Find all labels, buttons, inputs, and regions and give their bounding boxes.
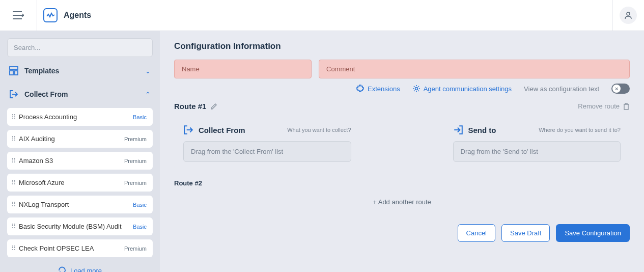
view-as-text-label: View as configuration text xyxy=(524,85,599,93)
main-content: Configuration Information Name Comment E… xyxy=(160,31,644,272)
item-label: Microsoft Azure xyxy=(19,179,120,186)
drag-handle-icon: ⠿ xyxy=(11,179,15,186)
sidebar-section-templates[interactable]: Templates ⌄ xyxy=(7,61,153,80)
footer-buttons: Cancel Save Draft Save Configuration xyxy=(174,224,630,242)
profile-menu[interactable] xyxy=(612,0,644,31)
send-to-dropzone[interactable]: Drag from the 'Send to' list xyxy=(453,141,621,162)
item-label: Amazon S3 xyxy=(19,157,120,165)
collect-from-column: Collect From What you want to collect? D… xyxy=(183,125,351,162)
tier-badge: Premium xyxy=(124,136,147,142)
list-item[interactable]: ⠿ NXLog Transport Basic xyxy=(7,196,153,213)
sidebar: Search... Templates ⌄ Collect From ⌃ ⠿ P… xyxy=(0,31,160,272)
list-item[interactable]: ⠿ Process Accounting Basic xyxy=(7,108,153,126)
templates-label: Templates xyxy=(24,67,140,75)
item-label: Process Accounting xyxy=(19,113,129,121)
section-title: Configuration Information xyxy=(174,41,630,51)
tier-badge: Basic xyxy=(133,114,147,120)
drag-handle-icon: ⠿ xyxy=(11,135,15,143)
templates-icon xyxy=(9,66,19,75)
add-route-button[interactable]: + Add another route xyxy=(174,192,630,212)
drag-handle-icon: ⠿ xyxy=(11,201,15,208)
agents-app-icon xyxy=(43,8,58,22)
search-input[interactable]: Search... xyxy=(7,38,153,57)
collect-from-title: Collect From xyxy=(199,126,245,134)
remove-route-label: Remove route xyxy=(578,102,620,110)
load-more-button[interactable]: Load more xyxy=(7,261,153,272)
route-1-panel: Collect From What you want to collect? D… xyxy=(174,117,630,170)
send-to-header: Send to Where do you want to send it to? xyxy=(453,125,621,135)
route-1-title: Route #1 xyxy=(174,102,206,111)
puzzle-icon xyxy=(356,85,365,93)
tier-badge: Basic xyxy=(133,202,147,208)
list-item[interactable]: ⠿ Microsoft Azure Premium xyxy=(7,174,153,192)
cancel-button[interactable]: Cancel xyxy=(458,224,495,242)
topbar: Agents xyxy=(0,0,644,31)
svg-point-7 xyxy=(415,88,417,90)
tier-badge: Premium xyxy=(124,158,147,164)
chevron-down-icon: ⌄ xyxy=(145,67,151,75)
load-more-label: Load more xyxy=(70,267,102,273)
route-2-title: Route #2 xyxy=(174,179,630,187)
item-label: AIX Auditing xyxy=(19,135,120,143)
save-draft-button[interactable]: Save Draft xyxy=(501,224,550,242)
list-item[interactable]: ⠿ AIX Auditing Premium xyxy=(7,130,153,148)
drag-handle-icon: ⠿ xyxy=(11,157,15,165)
agent-comm-label: Agent communication settings xyxy=(424,85,512,93)
item-label: Check Point OPSEC LEA xyxy=(19,244,120,252)
tier-badge: Premium xyxy=(124,246,147,252)
send-to-title: Send to xyxy=(468,126,496,134)
menu-icon xyxy=(13,11,24,20)
trash-icon xyxy=(623,103,630,110)
send-to-column: Send to Where do you want to send it to?… xyxy=(453,125,621,162)
gear-icon xyxy=(412,85,421,93)
chevron-up-icon: ⌃ xyxy=(145,91,151,98)
remove-route-button[interactable]: Remove route xyxy=(578,102,630,110)
menu-toggle[interactable] xyxy=(0,0,37,31)
list-item[interactable]: ⠿ Amazon S3 Premium xyxy=(7,152,153,170)
item-label: Basic Security Module (BSM) Audit xyxy=(19,223,129,230)
item-label: NXLog Transport xyxy=(19,201,129,208)
drag-handle-icon: ⠿ xyxy=(11,223,15,230)
collect-from-dropzone[interactable]: Drag from the 'Collect From' list xyxy=(183,141,351,162)
avatar xyxy=(620,7,637,24)
pencil-icon xyxy=(210,103,217,110)
user-icon xyxy=(624,11,632,19)
toggle-knob: ✕ xyxy=(612,85,621,93)
agent-comm-link[interactable]: Agent communication settings xyxy=(412,85,512,93)
collect-from-subtitle: What you want to collect? xyxy=(287,127,351,133)
tier-badge: Premium xyxy=(124,180,147,186)
page-title: Agents xyxy=(64,11,91,20)
comment-input[interactable]: Comment xyxy=(319,60,630,78)
send-to-subtitle: Where do you want to send it to? xyxy=(539,127,621,133)
sidebar-section-collect-from[interactable]: Collect From ⌃ xyxy=(7,85,153,104)
edit-route-button[interactable] xyxy=(210,103,217,110)
svg-point-3 xyxy=(627,12,630,15)
svg-rect-4 xyxy=(10,67,18,69)
save-configuration-button[interactable]: Save Configuration xyxy=(556,224,630,242)
svg-rect-5 xyxy=(10,71,13,75)
drag-handle-icon: ⠿ xyxy=(11,113,15,121)
collect-from-icon xyxy=(183,125,193,135)
view-as-text-toggle[interactable]: ✕ xyxy=(611,84,630,94)
extensions-link[interactable]: Extensions xyxy=(356,85,400,93)
list-item[interactable]: ⠿ Basic Security Module (BSM) Audit Basi… xyxy=(7,217,153,235)
list-item[interactable]: ⠿ Check Point OPSEC LEA Premium xyxy=(7,239,153,257)
name-input[interactable]: Name xyxy=(174,60,312,78)
send-to-icon xyxy=(453,125,463,135)
config-options-row: Extensions Agent communication settings … xyxy=(174,84,630,94)
tier-badge: Basic xyxy=(133,224,147,230)
collect-from-label: Collect From xyxy=(24,90,140,98)
extensions-label: Extensions xyxy=(368,85,400,93)
drag-handle-icon: ⠿ xyxy=(11,244,15,252)
app-title-group: Agents xyxy=(37,8,612,22)
route-1-header: Route #1 Remove route xyxy=(174,102,630,111)
collect-from-header: Collect From What you want to collect? xyxy=(183,125,351,135)
refresh-icon xyxy=(58,266,66,272)
svg-rect-6 xyxy=(15,71,18,75)
config-form-row: Name Comment xyxy=(174,60,630,78)
collect-from-icon xyxy=(9,90,19,99)
